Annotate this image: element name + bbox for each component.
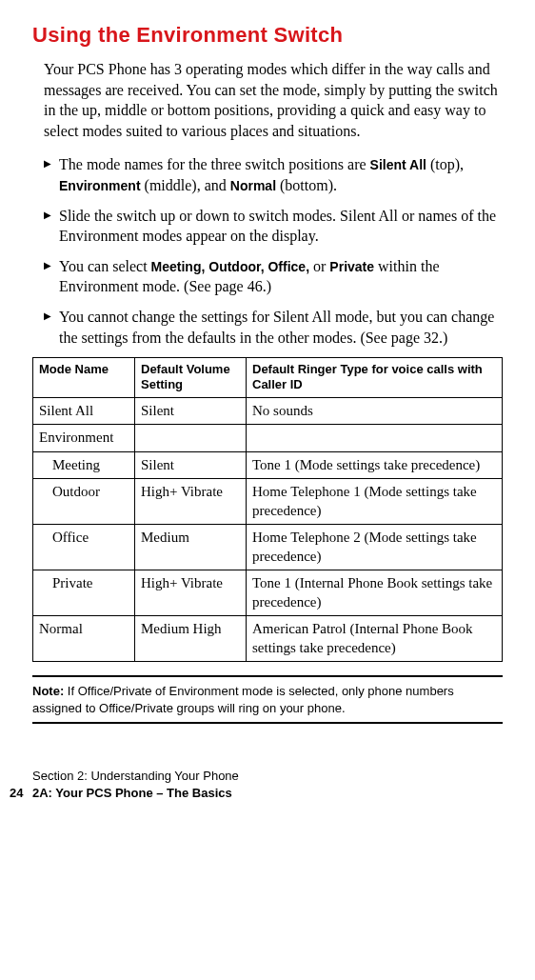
cell-mode: Private [33, 570, 135, 616]
bullet-item: The mode names for the three switch posi… [44, 154, 503, 195]
cell-mode: Environment [33, 425, 135, 452]
bullet-bold: Environment [59, 178, 141, 193]
bullet-text: (middle), and [141, 177, 230, 193]
cell-mode: Normal [33, 616, 135, 662]
cell-volume: Silent [135, 451, 247, 479]
bullet-bold: Private [329, 259, 374, 274]
bullet-item: Slide the switch up or down to switch mo… [44, 206, 503, 247]
bullet-bold: Normal [230, 178, 276, 193]
bullet-text: You can select [59, 258, 151, 274]
table-row: Office Medium Home Telephone 2 (Mode set… [33, 525, 503, 570]
table-header-mode: Mode Name [33, 358, 135, 398]
table-header-ringer: Default Ringer Type for voice calls with… [247, 358, 503, 398]
footer-page-number: 24 [10, 785, 32, 802]
bullet-item: You cannot change the settings for Silen… [44, 307, 503, 348]
cell-ringer: Tone 1 (Internal Phone Book settings tak… [247, 570, 503, 616]
note-label: Note: [32, 684, 64, 698]
bullet-text: You cannot change the settings for Silen… [59, 309, 494, 346]
bullet-text: The mode names for the three switch posi… [59, 156, 370, 172]
bullet-text: (top), [426, 156, 464, 172]
cell-ringer: Tone 1 (Mode settings take precedence) [247, 451, 503, 479]
cell-ringer: Home Telephone 1 (Mode settings take pre… [247, 479, 503, 525]
note-rule-top [32, 675, 503, 677]
cell-ringer: Home Telephone 2 (Mode settings take pre… [247, 525, 503, 570]
intro-paragraph: Your PCS Phone has 3 operating modes whi… [44, 59, 503, 141]
cell-mode: Outdoor [33, 479, 135, 525]
table-body: Silent All Silent No sounds Environment … [33, 397, 503, 662]
table-row: Private High+ Vibrate Tone 1 (Internal P… [33, 570, 503, 616]
table-row: Silent All Silent No sounds [33, 397, 503, 425]
footer-chapter-line: 242A: Your PCS Phone – The Basics [10, 785, 480, 802]
modes-table: Mode Name Default Volume Setting Default… [32, 357, 503, 662]
cell-volume: High+ Vibrate [135, 570, 247, 616]
cell-volume: Medium High [135, 616, 247, 662]
section-heading: Using the Environment Switch [32, 23, 503, 48]
cell-volume: Medium [135, 525, 247, 570]
page-footer: Section 2: Understanding Your Phone 242A… [10, 768, 480, 802]
bullet-text: Slide the switch up or down to switch mo… [59, 208, 496, 245]
cell-volume: Silent [135, 397, 247, 425]
table-header-row: Mode Name Default Volume Setting Default… [33, 358, 503, 398]
cell-mode: Office [33, 525, 135, 570]
cell-ringer: American Patrol (Internal Phone Book set… [247, 616, 503, 662]
footer-section: Section 2: Understanding Your Phone [10, 768, 480, 785]
footer-chapter: 2A: Your PCS Phone – The Basics [32, 786, 232, 800]
cell-ringer: No sounds [247, 397, 503, 425]
bullet-bold: Meeting, Outdoor, Office, [151, 259, 309, 274]
note-rule-bottom [32, 722, 503, 724]
note-text: If Office/Private of Environment mode is… [32, 684, 454, 715]
cell-mode: Silent All [33, 397, 135, 425]
bullet-text: or [309, 258, 329, 274]
cell-mode: Meeting [33, 451, 135, 479]
cell-volume: High+ Vibrate [135, 479, 247, 525]
bullet-item: You can select Meeting, Outdoor, Office,… [44, 256, 503, 297]
note-paragraph: Note: If Office/Private of Environment m… [32, 683, 503, 716]
table-row: Meeting Silent Tone 1 (Mode settings tak… [33, 451, 503, 479]
table-row: Normal Medium High American Patrol (Inte… [33, 616, 503, 662]
table-row: Outdoor High+ Vibrate Home Telephone 1 (… [33, 479, 503, 525]
bullet-bold: Silent All [370, 157, 426, 172]
cell-ringer [247, 425, 503, 452]
cell-volume [135, 425, 247, 452]
table-header-volume: Default Volume Setting [135, 358, 247, 398]
document-page: Using the Environment Switch Your PCS Ph… [0, 0, 535, 824]
table-row: Environment [33, 425, 503, 452]
bullet-text: (bottom). [276, 177, 337, 193]
bullet-list: The mode names for the three switch posi… [44, 154, 503, 348]
